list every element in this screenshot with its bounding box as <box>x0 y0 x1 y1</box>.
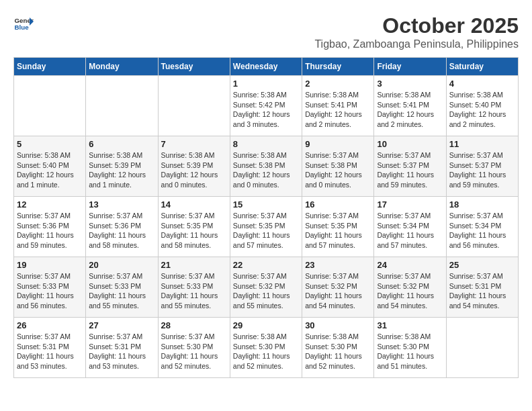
day-number: 18 <box>449 199 515 210</box>
day-info: Sunrise: 5:37 AM Sunset: 5:33 PM Dayligh… <box>17 271 83 311</box>
calendar-cell: 26Sunrise: 5:37 AM Sunset: 5:31 PM Dayli… <box>14 318 86 378</box>
day-number: 20 <box>89 260 154 270</box>
calendar-cell: 25Sunrise: 5:37 AM Sunset: 5:31 PM Dayli… <box>446 257 518 318</box>
calendar-cell: 23Sunrise: 5:37 AM Sunset: 5:32 PM Dayli… <box>302 257 374 318</box>
day-info: Sunrise: 5:38 AM Sunset: 5:39 PM Dayligh… <box>161 150 227 190</box>
day-number: 28 <box>161 320 227 330</box>
day-number: 2 <box>305 79 371 89</box>
day-info: Sunrise: 5:38 AM Sunset: 5:42 PM Dayligh… <box>233 90 299 130</box>
logo: General Blue <box>13 13 34 34</box>
day-number: 25 <box>449 260 515 270</box>
calendar-cell: 10Sunrise: 5:37 AM Sunset: 5:37 PM Dayli… <box>374 136 446 197</box>
calendar-cell: 7Sunrise: 5:38 AM Sunset: 5:39 PM Daylig… <box>158 136 230 197</box>
calendar-cell: 30Sunrise: 5:38 AM Sunset: 5:30 PM Dayli… <box>302 318 374 378</box>
svg-text:Blue: Blue <box>15 24 30 31</box>
calendar-cell: 8Sunrise: 5:38 AM Sunset: 5:38 PM Daylig… <box>230 136 302 197</box>
day-info: Sunrise: 5:37 AM Sunset: 5:35 PM Dayligh… <box>305 211 371 250</box>
day-number: 8 <box>233 139 299 149</box>
calendar-cell: 29Sunrise: 5:38 AM Sunset: 5:30 PM Dayli… <box>230 318 302 378</box>
day-info: Sunrise: 5:37 AM Sunset: 5:31 PM Dayligh… <box>449 271 515 311</box>
day-info: Sunrise: 5:37 AM Sunset: 5:38 PM Dayligh… <box>305 150 371 190</box>
calendar-cell: 18Sunrise: 5:37 AM Sunset: 5:34 PM Dayli… <box>446 197 518 257</box>
day-info: Sunrise: 5:37 AM Sunset: 5:35 PM Dayligh… <box>233 211 299 250</box>
day-number: 17 <box>377 199 443 210</box>
day-number: 5 <box>17 139 83 149</box>
calendar-week-row: 12Sunrise: 5:37 AM Sunset: 5:36 PM Dayli… <box>14 197 519 257</box>
day-number: 16 <box>305 199 371 210</box>
day-number: 11 <box>449 139 515 149</box>
day-info: Sunrise: 5:38 AM Sunset: 5:40 PM Dayligh… <box>17 150 83 190</box>
day-info: Sunrise: 5:37 AM Sunset: 5:37 PM Dayligh… <box>449 150 515 190</box>
calendar-header-row: SundayMondayTuesdayWednesdayThursdayFrid… <box>14 58 519 76</box>
day-of-week-header: Tuesday <box>158 58 230 76</box>
day-info: Sunrise: 5:37 AM Sunset: 5:34 PM Dayligh… <box>449 211 515 250</box>
day-of-week-header: Friday <box>374 58 446 76</box>
day-number: 7 <box>161 139 227 149</box>
day-number: 19 <box>17 260 83 270</box>
calendar-week-row: 5Sunrise: 5:38 AM Sunset: 5:40 PM Daylig… <box>14 136 519 197</box>
day-info: Sunrise: 5:37 AM Sunset: 5:37 PM Dayligh… <box>377 150 443 190</box>
day-info: Sunrise: 5:37 AM Sunset: 5:34 PM Dayligh… <box>377 211 443 250</box>
title-area: October 2025 Tigbao, Zamboanga Peninsula… <box>314 13 519 50</box>
calendar-cell: 5Sunrise: 5:38 AM Sunset: 5:40 PM Daylig… <box>14 136 86 197</box>
calendar-week-row: 19Sunrise: 5:37 AM Sunset: 5:33 PM Dayli… <box>14 257 519 318</box>
calendar-cell: 11Sunrise: 5:37 AM Sunset: 5:37 PM Dayli… <box>446 136 518 197</box>
calendar-cell: 14Sunrise: 5:37 AM Sunset: 5:35 PM Dayli… <box>158 197 230 257</box>
day-info: Sunrise: 5:37 AM Sunset: 5:31 PM Dayligh… <box>17 332 83 371</box>
day-of-week-header: Thursday <box>302 58 374 76</box>
day-number: 24 <box>377 260 443 270</box>
calendar-cell: 19Sunrise: 5:37 AM Sunset: 5:33 PM Dayli… <box>14 257 86 318</box>
day-info: Sunrise: 5:37 AM Sunset: 5:32 PM Dayligh… <box>233 271 299 311</box>
calendar-cell: 21Sunrise: 5:37 AM Sunset: 5:33 PM Dayli… <box>158 257 230 318</box>
day-info: Sunrise: 5:38 AM Sunset: 5:41 PM Dayligh… <box>377 90 443 130</box>
day-info: Sunrise: 5:38 AM Sunset: 5:41 PM Dayligh… <box>305 90 371 130</box>
day-info: Sunrise: 5:37 AM Sunset: 5:32 PM Dayligh… <box>377 271 443 311</box>
day-number: 23 <box>305 260 371 270</box>
day-number: 12 <box>17 199 83 210</box>
calendar-cell: 16Sunrise: 5:37 AM Sunset: 5:35 PM Dayli… <box>302 197 374 257</box>
calendar-week-row: 26Sunrise: 5:37 AM Sunset: 5:31 PM Dayli… <box>14 318 519 378</box>
day-info: Sunrise: 5:38 AM Sunset: 5:30 PM Dayligh… <box>377 332 443 371</box>
calendar-cell <box>446 318 518 378</box>
day-number: 31 <box>377 320 443 330</box>
day-number: 10 <box>377 139 443 149</box>
day-number: 6 <box>89 139 154 149</box>
header: General Blue October 2025 Tigbao, Zamboa… <box>13 13 519 50</box>
logo-icon: General Blue <box>13 13 34 34</box>
day-of-week-header: Wednesday <box>230 58 302 76</box>
day-number: 3 <box>377 79 443 89</box>
month-title: October 2025 <box>314 13 519 38</box>
day-info: Sunrise: 5:38 AM Sunset: 5:39 PM Dayligh… <box>89 150 154 190</box>
calendar-cell: 2Sunrise: 5:38 AM Sunset: 5:41 PM Daylig… <box>302 76 374 136</box>
calendar-cell: 15Sunrise: 5:37 AM Sunset: 5:35 PM Dayli… <box>230 197 302 257</box>
calendar-cell <box>158 76 230 136</box>
day-number: 1 <box>233 79 299 89</box>
calendar-cell: 28Sunrise: 5:37 AM Sunset: 5:30 PM Dayli… <box>158 318 230 378</box>
calendar-cell <box>14 76 86 136</box>
calendar-cell: 3Sunrise: 5:38 AM Sunset: 5:41 PM Daylig… <box>374 76 446 136</box>
day-info: Sunrise: 5:37 AM Sunset: 5:36 PM Dayligh… <box>17 211 83 250</box>
day-info: Sunrise: 5:37 AM Sunset: 5:35 PM Dayligh… <box>161 211 227 250</box>
calendar-cell: 4Sunrise: 5:38 AM Sunset: 5:40 PM Daylig… <box>446 76 518 136</box>
day-info: Sunrise: 5:37 AM Sunset: 5:30 PM Dayligh… <box>161 332 227 371</box>
calendar-cell: 20Sunrise: 5:37 AM Sunset: 5:33 PM Dayli… <box>86 257 158 318</box>
day-info: Sunrise: 5:37 AM Sunset: 5:31 PM Dayligh… <box>89 332 154 371</box>
day-info: Sunrise: 5:38 AM Sunset: 5:30 PM Dayligh… <box>305 332 371 371</box>
location-title: Tigbao, Zamboanga Peninsula, Philippines <box>314 38 519 50</box>
day-number: 15 <box>233 199 299 210</box>
day-info: Sunrise: 5:37 AM Sunset: 5:33 PM Dayligh… <box>161 271 227 311</box>
day-info: Sunrise: 5:38 AM Sunset: 5:30 PM Dayligh… <box>233 332 299 371</box>
day-number: 14 <box>161 199 227 210</box>
day-info: Sunrise: 5:38 AM Sunset: 5:40 PM Dayligh… <box>449 90 515 130</box>
calendar-cell: 13Sunrise: 5:37 AM Sunset: 5:36 PM Dayli… <box>86 197 158 257</box>
calendar-cell: 9Sunrise: 5:37 AM Sunset: 5:38 PM Daylig… <box>302 136 374 197</box>
calendar-cell: 12Sunrise: 5:37 AM Sunset: 5:36 PM Dayli… <box>14 197 86 257</box>
calendar-cell: 22Sunrise: 5:37 AM Sunset: 5:32 PM Dayli… <box>230 257 302 318</box>
calendar-cell: 6Sunrise: 5:38 AM Sunset: 5:39 PM Daylig… <box>86 136 158 197</box>
day-of-week-header: Saturday <box>446 58 518 76</box>
calendar-cell: 17Sunrise: 5:37 AM Sunset: 5:34 PM Dayli… <box>374 197 446 257</box>
calendar-cell <box>86 76 158 136</box>
calendar-week-row: 1Sunrise: 5:38 AM Sunset: 5:42 PM Daylig… <box>14 76 519 136</box>
day-number: 29 <box>233 320 299 330</box>
calendar-cell: 1Sunrise: 5:38 AM Sunset: 5:42 PM Daylig… <box>230 76 302 136</box>
